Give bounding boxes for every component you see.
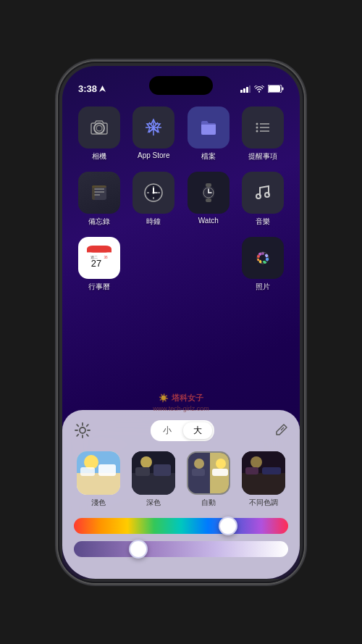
dynamic-island <box>149 76 213 95</box>
size-toggle[interactable]: 小 大 <box>151 420 214 441</box>
watermark-site-name: 塔科女子 <box>172 393 203 403</box>
theme-auto-preview <box>188 453 230 495</box>
appearance-panel: 小 大 <box>62 410 300 579</box>
theme-auto[interactable]: 自動 <box>184 451 233 508</box>
app-item-files[interactable]: 檔案 <box>185 106 232 162</box>
clock-app-icon <box>141 180 166 205</box>
svg-point-73 <box>194 459 204 469</box>
svg-point-13 <box>256 122 258 125</box>
svg-rect-64 <box>98 464 116 476</box>
theme-multicolor-label: 不同色調 <box>249 498 278 508</box>
svg-point-40 <box>256 194 261 198</box>
app-slot-empty1 <box>130 237 178 292</box>
app-item-camera[interactable]: 相機 <box>75 106 123 162</box>
svg-text:27: 27 <box>91 258 101 269</box>
photos-app-icon <box>251 246 275 270</box>
signal-icon <box>240 85 251 93</box>
svg-rect-7 <box>269 85 280 92</box>
reminders-app-icon <box>251 115 275 140</box>
svg-rect-24 <box>92 185 95 200</box>
svg-point-67 <box>140 456 152 468</box>
svg-point-41 <box>265 193 269 197</box>
theme-options: 淺色 深色 <box>74 451 288 508</box>
svg-point-9 <box>94 123 104 133</box>
svg-point-10 <box>96 125 102 131</box>
theme-dark[interactable]: 深色 <box>129 451 178 508</box>
status-icons <box>240 85 284 93</box>
location-arrow-icon <box>99 85 106 92</box>
theme-multicolor[interactable]: 不同色調 <box>239 451 288 508</box>
svg-rect-81 <box>262 467 281 474</box>
svg-line-57 <box>87 425 88 426</box>
wifi-icon <box>254 85 264 93</box>
app-item-watch[interactable]: Watch <box>185 172 232 227</box>
phone-screen: 3:38 <box>62 66 300 579</box>
app-label-notes: 備忘錄 <box>88 217 110 227</box>
battery-icon <box>268 85 284 93</box>
theme-light-preview <box>77 451 120 495</box>
size-large-btn[interactable]: 大 <box>183 422 212 439</box>
watermark-url: www.tech-girlz.com <box>153 405 209 412</box>
app-label-watch: Watch <box>198 217 219 225</box>
svg-line-56 <box>87 435 88 436</box>
app-label-calendar: 行事曆 <box>88 282 110 292</box>
panel-top-row: 小 大 <box>74 420 288 441</box>
app-item-appstore[interactable]: App Store <box>130 106 178 162</box>
time-display: 3:38 <box>78 83 97 94</box>
theme-light[interactable]: 淺色 <box>74 451 123 508</box>
svg-rect-8 <box>282 88 284 91</box>
theme-dark-preview <box>132 451 175 495</box>
watch-app-icon <box>196 180 221 205</box>
theme-auto-label: 自動 <box>201 498 216 508</box>
mono-slider-container <box>74 541 288 557</box>
svg-rect-2 <box>243 88 245 93</box>
app-item-reminders[interactable]: 提醒事項 <box>240 106 287 162</box>
app-label-music: 音樂 <box>256 217 270 227</box>
app-item-clock[interactable]: 時鐘 <box>130 172 178 227</box>
svg-rect-3 <box>246 87 248 93</box>
size-small-btn[interactable]: 小 <box>153 422 182 439</box>
app-item-calendar[interactable]: 週二 36 27 行事曆 <box>75 237 123 292</box>
notes-app-icon <box>87 180 111 205</box>
svg-rect-63 <box>80 467 95 476</box>
svg-line-58 <box>77 435 78 436</box>
brightness-icon[interactable] <box>74 422 91 439</box>
svg-point-50 <box>80 427 85 433</box>
phone-frame: 3:38 <box>58 62 304 583</box>
svg-point-79 <box>251 456 262 468</box>
watermark-logo-emoji: ☀️ <box>159 393 169 403</box>
color-slider-track[interactable] <box>74 518 288 534</box>
app-label-clock: 時鐘 <box>146 217 161 227</box>
app-label-appstore: App Store <box>138 151 169 159</box>
music-app-icon <box>251 180 275 205</box>
svg-line-59 <box>281 427 284 430</box>
color-slider-thumb[interactable] <box>219 517 237 535</box>
svg-point-49 <box>260 255 266 261</box>
svg-rect-80 <box>245 467 258 474</box>
svg-point-5 <box>258 91 260 92</box>
svg-rect-44 <box>87 248 111 252</box>
theme-multicolor-preview <box>242 451 285 495</box>
app-item-notes[interactable]: 備忘錄 <box>75 172 123 227</box>
svg-rect-68 <box>135 467 150 476</box>
mono-slider-track[interactable] <box>74 541 288 557</box>
watermark-logo-row: ☀️ 塔科女子 <box>159 393 203 403</box>
svg-rect-35 <box>206 198 211 202</box>
app-item-music[interactable]: 音樂 <box>240 172 287 227</box>
app-label-photos: 照片 <box>256 282 270 292</box>
app-label-files: 檔案 <box>201 151 216 162</box>
svg-point-33 <box>153 191 155 193</box>
svg-rect-76 <box>212 469 228 476</box>
camera-app-icon <box>87 115 111 140</box>
svg-marker-0 <box>99 85 106 92</box>
theme-dark-label: 深色 <box>146 498 161 508</box>
eyedropper-icon[interactable] <box>274 423 288 438</box>
svg-rect-4 <box>249 85 251 93</box>
color-slider-container <box>74 518 288 534</box>
app-label-reminders: 提醒事項 <box>248 151 277 162</box>
mono-slider-thumb[interactable] <box>129 540 148 559</box>
appstore-app-icon <box>141 115 166 140</box>
app-grid: 相機 App Store <box>75 106 287 292</box>
svg-rect-34 <box>206 183 211 187</box>
app-item-photos[interactable]: 照片 <box>240 237 287 292</box>
